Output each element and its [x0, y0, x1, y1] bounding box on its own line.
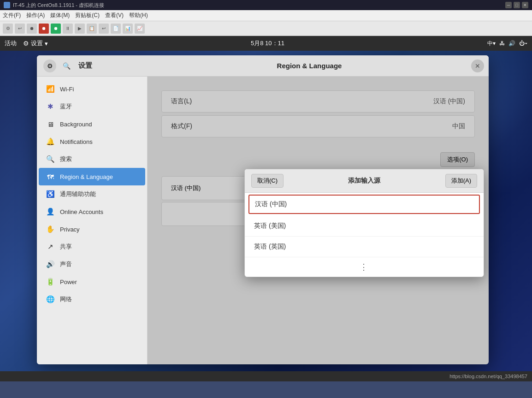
- statusbar-url: https://blog.csdn.net/qq_33498457: [449, 374, 527, 379]
- vm-menubar: 文件(F) 操作(A) 媒体(M) 剪贴板(C) 查看(V) 帮助(H): [0, 10, 532, 21]
- language-indicator[interactable]: 中▾: [487, 40, 496, 48]
- toolbar-btn-4[interactable]: ⏺: [39, 24, 49, 34]
- vm-toolbar: ⚙ ↩ ⏺ ⏺ ⏺ ⏸ ▶ 📋 ↩ 📄 📊 📈: [0, 21, 532, 36]
- sidebar-item-bluetooth-label: 蓝牙: [60, 102, 72, 111]
- power-menu-icon[interactable]: ⏻▾: [519, 40, 527, 47]
- sound-icon: 🔊: [46, 260, 54, 268]
- settings-header: ⚙ 🔍 设置 Region & Language ✕: [37, 55, 489, 77]
- settings-header-left: ⚙ 🔍 设置: [37, 59, 148, 72]
- sidebar-item-privacy[interactable]: ✋ Privacy: [39, 220, 145, 238]
- main-content: 语言(L) 汉语 (中国) 格式(F) 中国 选项(O) 汉语 (中国) ⚙: [148, 77, 489, 364]
- network-icon: 🖧: [499, 40, 505, 47]
- sidebar-item-online-accounts[interactable]: 👤 Online Accounts: [39, 203, 145, 220]
- sidebar-item-search[interactable]: 🔍 搜索: [39, 150, 145, 168]
- settings-gear-btn[interactable]: ⚙: [43, 59, 56, 72]
- sidebar-item-region-language[interactable]: 🗺 Region & Language: [39, 168, 145, 185]
- sidebar-item-sharing[interactable]: ↗ 共享: [39, 238, 145, 255]
- dialog-item-chinese-label: 汉语 (中国): [255, 200, 287, 208]
- dialog-list: 汉语 (中国) 英语 (美国) 英语 (英国) ⋮: [245, 195, 484, 277]
- sidebar-item-bluetooth[interactable]: ✱ 蓝牙: [39, 98, 145, 115]
- settings-sidebar-title: 设置: [78, 61, 92, 70]
- sidebar-item-accessibility[interactable]: ♿ 通用辅助功能: [39, 185, 145, 203]
- settings-menu[interactable]: ⚙ 设置 ▾: [23, 39, 48, 48]
- sidebar-item-network[interactable]: 🌐 网络: [39, 291, 145, 308]
- sidebar-item-search-label: 搜索: [60, 155, 72, 163]
- sidebar-item-wifi-label: Wi-Fi: [60, 86, 74, 93]
- toolbar-btn-8[interactable]: 📋: [87, 24, 97, 34]
- settings-body: 📶 Wi-Fi ✱ 蓝牙 🖥 Background 🔔 Notification…: [37, 77, 489, 364]
- dialog-item-chinese[interactable]: 汉语 (中国): [248, 195, 480, 214]
- sidebar-item-online-accounts-label: Online Accounts: [60, 208, 103, 215]
- sidebar-item-privacy-label: Privacy: [60, 226, 80, 233]
- toolbar-btn-2[interactable]: ↩: [15, 24, 25, 34]
- search-icon: 🔍: [46, 155, 54, 163]
- vm-titlebar: IT-45 上的 CentOs8.1.1911 - 虚拟机连接 ─ □ ✕: [0, 0, 532, 10]
- settings-search-btn[interactable]: 🔍: [60, 59, 73, 72]
- toolbar-btn-7[interactable]: ▶: [75, 24, 85, 34]
- sidebar-item-sound[interactable]: 🔊 声音: [39, 255, 145, 273]
- sidebar-item-notifications-label: Notifications: [60, 138, 93, 145]
- sidebar-item-sharing-label: 共享: [60, 243, 72, 251]
- dialog-item-english-us-label: 英语 (美国): [254, 222, 286, 229]
- dialog-item-english-uk-label: 英语 (英国): [254, 243, 286, 250]
- bluetooth-icon: ✱: [46, 102, 54, 111]
- sidebar-item-region-label: Region & Language: [60, 173, 113, 180]
- sharing-icon: ↗: [46, 243, 54, 251]
- dialog-cancel-btn[interactable]: 取消(C): [251, 174, 284, 188]
- vm-maximize-btn[interactable]: □: [514, 2, 520, 8]
- region-icon: 🗺: [46, 172, 54, 181]
- menu-view[interactable]: 查看(V): [105, 12, 124, 19]
- dialog-item-english-us[interactable]: 英语 (美国): [245, 216, 484, 237]
- dialog-more-dots[interactable]: ⋮: [245, 257, 484, 277]
- menu-file[interactable]: 文件(F): [3, 12, 21, 19]
- toolbar-btn-1[interactable]: ⚙: [3, 24, 13, 34]
- power-icon: 🔋: [46, 278, 54, 286]
- activities-button[interactable]: 活动: [5, 39, 17, 48]
- dialog-add-btn[interactable]: 添加(A): [445, 174, 477, 188]
- sidebar-item-background-label: Background: [60, 121, 92, 128]
- clock: 5月8 10：11: [48, 39, 487, 48]
- privacy-icon: ✋: [46, 225, 54, 233]
- vm-minimize-btn[interactable]: ─: [505, 2, 512, 8]
- settings-window: ⚙ 🔍 设置 Region & Language ✕ 📶 Wi-Fi ✱ 蓝牙: [37, 55, 489, 364]
- wifi-icon: 📶: [46, 85, 54, 93]
- statusbar: https://blog.csdn.net/qq_33498457: [0, 371, 532, 381]
- settings-close-btn[interactable]: ✕: [471, 59, 484, 72]
- gear-icon: ⚙: [23, 40, 29, 47]
- sidebar: 📶 Wi-Fi ✱ 蓝牙 🖥 Background 🔔 Notification…: [37, 77, 148, 364]
- notifications-icon: 🔔: [46, 137, 54, 146]
- gnome-topbar: 活动 ⚙ 设置 ▾ 5月8 10：11 中▾ 🖧 🔊 ⏻▾: [0, 36, 532, 51]
- vm-title-text: IT-45 上的 CentOs8.1.1911 - 虚拟机连接: [13, 2, 502, 9]
- sidebar-item-sound-label: 声音: [60, 260, 72, 268]
- toolbar-btn-12[interactable]: 📈: [135, 24, 145, 34]
- menu-help[interactable]: 帮助(H): [129, 12, 148, 19]
- toolbar-btn-9[interactable]: ↩: [99, 24, 109, 34]
- sidebar-item-network-label: 网络: [60, 295, 72, 303]
- add-input-dialog: 取消(C) 添加输入源 添加(A) 汉语 (中国) 英语 (美国): [244, 169, 484, 277]
- toolbar-btn-3[interactable]: ⏺: [27, 24, 37, 34]
- toolbar-btn-5[interactable]: ⏺: [51, 24, 61, 34]
- menu-media[interactable]: 媒体(M): [50, 12, 70, 19]
- settings-menu-label: 设置: [31, 39, 43, 48]
- volume-icon[interactable]: 🔊: [508, 40, 515, 47]
- menu-clipboard[interactable]: 剪贴板(C): [75, 12, 100, 19]
- vm-close-btn[interactable]: ✕: [522, 2, 528, 8]
- toolbar-btn-10[interactable]: 📄: [111, 24, 121, 34]
- dialog-item-english-uk[interactable]: 英语 (英国): [245, 237, 484, 257]
- menu-action[interactable]: 操作(A): [26, 12, 45, 19]
- toolbar-btn-6[interactable]: ⏸: [63, 24, 73, 34]
- dialog-header: 取消(C) 添加输入源 添加(A): [245, 169, 484, 193]
- accessibility-icon: ♿: [46, 190, 54, 198]
- sidebar-item-accessibility-label: 通用辅助功能: [60, 190, 96, 198]
- sidebar-item-background[interactable]: 🖥 Background: [39, 115, 145, 133]
- sidebar-item-power[interactable]: 🔋 Power: [39, 273, 145, 291]
- sidebar-item-notifications[interactable]: 🔔 Notifications: [39, 133, 145, 150]
- settings-menu-arrow: ▾: [45, 40, 48, 47]
- background-icon: 🖥: [46, 120, 54, 128]
- sidebar-item-wifi[interactable]: 📶 Wi-Fi: [39, 80, 145, 98]
- topbar-right-icons: 中▾ 🖧 🔊 ⏻▾: [487, 40, 527, 48]
- toolbar-btn-11[interactable]: 📊: [123, 24, 133, 34]
- settings-window-title: Region & Language: [148, 62, 471, 70]
- sidebar-item-power-label: Power: [60, 279, 77, 285]
- dialog-title: 添加输入源: [288, 177, 441, 185]
